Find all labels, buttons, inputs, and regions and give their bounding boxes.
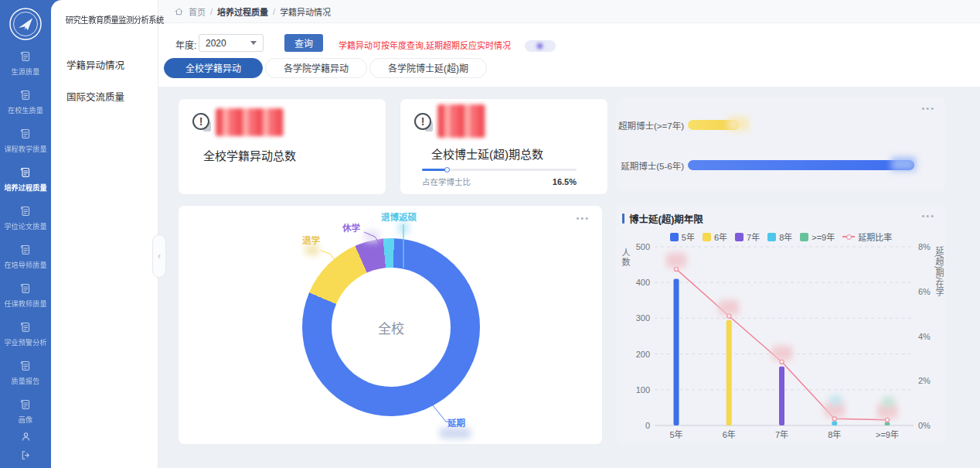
chevron-down-icon [250,41,257,45]
x-tick-label: 8年 [828,429,841,439]
breadcrumb-current: 学籍异动情况 [280,5,331,18]
tab-bar: 全校学籍异动 各学院学籍异动 各学院博士延(超)期 [164,58,487,78]
filter-hint-text: 学籍异动可按年度查询,延期超期反应实时情况 [339,39,511,51]
bar->=9年 [885,422,890,425]
ratio-point [727,314,731,318]
redacted-bar-value [727,117,749,131]
sidebar-item-course-quality[interactable]: 课程教学质量 [0,121,51,160]
redacted-data-label [883,397,894,407]
secondary-sidebar: 研究生教育质量监测分析系统 学籍异动情况 国际交流质量 [51,0,158,468]
scroll-icon [19,50,32,63]
phd-extension-total-card: ! 全校博士延(超)期总数 占在学博士比 16.5% [400,98,608,195]
card-title: 全校学籍异动总数 [203,147,296,163]
sidebar-item-academic-warning[interactable]: 学业预警分析 [0,315,51,354]
y-tick-label: 100 [636,385,650,395]
hbar-extension [688,160,914,170]
pie-label-phd-to-master: 退博返硕 [381,210,417,223]
progress-value: 16.5% [553,177,577,186]
y-tick-label: 300 [636,313,650,323]
bar-8年 [832,421,837,425]
sidebar-item-enrolled-quality[interactable]: 在校生质量 [0,83,51,121]
pie-label-suspend: 休学 [342,221,360,234]
sidebar-item-supervisor-quality[interactable]: 在培导师质量 [0,237,51,276]
progress-label: 占在学博士比 [422,176,471,187]
breadcrumb: 首页 / 培养过程质量 / 学籍异动情况 [158,0,980,23]
query-button[interactable]: 查询 [284,34,323,52]
scroll-icon [19,360,32,372]
ratio-point [780,360,784,364]
sidebar-item-quality-report[interactable]: 质量报告 [0,354,51,392]
y-tick-label: 0 [645,421,650,430]
blur-artifact [525,40,556,52]
dashboard-content: ! 全校学籍异动总数 ! 全校博士延(超)期总数 占在学博士比 16.5% ••… [158,87,980,468]
app-window: 生源质量 在校生质量 课程教学质量 培养过程质量 学位论文质量 在培导师质量 任… [0,0,980,468]
exclamation-icon: ! [192,113,209,130]
submenu-item-status-change[interactable]: 学籍异动情况 [51,49,158,80]
card-title: 全校博士延(超)期总数 [431,145,543,162]
user-icon[interactable] [20,431,32,442]
phd-extension-years-chart-panel: 博士延(超)期年限 ••• 5年6年7年8年>=9年延期比率 人数 延(超)期/… [616,205,946,445]
scroll-icon [19,282,32,295]
scroll-icon [19,166,32,179]
bar-5年 [674,279,679,425]
submenu-item-international-exchange[interactable]: 国际交流质量 [51,80,158,112]
tab-school-status-change[interactable]: 全校学籍异动 [164,58,263,78]
sidebar-collapse-handle[interactable]: ‹ [152,234,166,278]
redacted-data-label [719,300,739,315]
ratio-point [832,417,836,421]
breadcrumb-separator: / [210,7,213,16]
logout-icon[interactable] [20,449,32,461]
ratio-point [885,418,889,422]
y-tick-label: 500 [636,242,650,251]
tab-college-phd-extension[interactable]: 各学院博士延(超)期 [369,58,487,78]
scroll-icon [19,205,32,217]
sidebar-item-source-quality[interactable]: 生源质量 [0,44,51,83]
home-icon[interactable] [174,6,184,16]
filter-tab-band: 年度: 2020 查询 学籍异动可按年度查询,延期超期反应实时情况 全校学籍异动… [158,23,980,87]
total-status-change-card: ! 全校学籍异动总数 [178,98,386,195]
status-change-donut-card: ••• 全校 退学 休学 退博返硕 延期 [178,205,603,445]
bar-6年 [726,320,732,425]
scroll-icon [19,128,32,140]
breadcrumb-level1[interactable]: 培养过程质量 [217,5,268,18]
scroll-icon [19,398,32,411]
x-tick-label: 6年 [723,429,736,439]
year-select-value: 2020 [206,38,226,49]
redacted-total-value [216,108,284,136]
donut-center-label: 全校 [302,318,480,337]
breadcrumb-home[interactable]: 首页 [189,5,206,18]
exclamation-icon: ! [414,113,431,130]
main-area: 首页 / 培养过程质量 / 学籍异动情况 年度: 2020 查询 学籍异动可按年… [158,0,980,468]
sidebar-item-thesis-quality[interactable]: 学位论文质量 [0,199,51,237]
ratio-point [674,267,678,271]
x-tick-label: 5年 [669,429,682,439]
scroll-icon [19,89,32,101]
y2-tick-label: 4% [918,332,931,341]
phd-ratio-progress [422,169,577,171]
sidebar-footer [20,431,32,468]
scroll-icon [19,244,32,256]
y2-tick-label: 8% [918,242,931,251]
sidebar-item-profile[interactable]: 画像 [0,392,51,431]
pie-label-extension: 延期 [447,416,465,429]
primary-nav: 生源质量 在校生质量 课程教学质量 培养过程质量 学位论文质量 在培导师质量 任… [0,44,51,431]
x-tick-label: >=9年 [876,429,899,439]
sidebar-item-teacher-quality[interactable]: 任课教师质量 [0,276,51,315]
y2-tick-label: 6% [918,287,931,296]
secondary-nav: 学籍异动情况 国际交流质量 [51,49,158,112]
progress-caption: 占在学博士比 16.5% [422,176,577,187]
primary-sidebar: 生源质量 在校生质量 课程教学质量 培养过程质量 学位论文质量 在培导师质量 任… [0,0,51,468]
y-tick-label: 400 [636,278,650,287]
university-logo-icon [9,7,43,41]
bar-7年 [779,367,784,425]
sidebar-item-training-process-quality[interactable]: 培养过程质量 [0,160,51,199]
y2-tick-label: 0% [918,421,931,430]
year-select[interactable]: 2020 [199,34,264,52]
more-menu-icon[interactable]: ••• [921,104,935,113]
y2-tick-label: 2% [918,376,931,385]
redacted-data-label [772,346,792,360]
tab-college-status-change[interactable]: 各学院学籍异动 [265,58,367,78]
scroll-icon [19,321,32,333]
pie-label-quit: 退学 [302,234,320,246]
hbar-label-overdue: 超期博士(>=7年) [616,119,684,132]
